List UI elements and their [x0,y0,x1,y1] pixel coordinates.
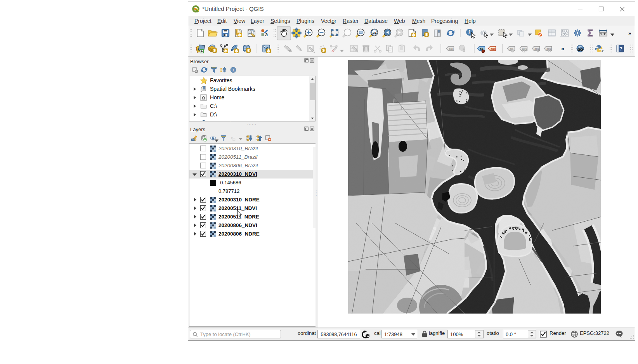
svg-text:abc: abc [449,47,454,50]
svg-text:»: » [628,30,631,36]
svg-text:»: » [561,45,564,52]
svg-text:1:1: 1:1 [372,31,376,35]
svg-text:abc: abc [534,47,539,50]
svg-text:ε: ε [231,136,233,140]
svg-text:i: i [468,29,470,35]
svg-text:abc: abc [491,47,496,50]
svg-text:?: ? [619,46,622,52]
svg-text:>: > [602,49,603,53]
svg-text:a: a [265,31,268,37]
